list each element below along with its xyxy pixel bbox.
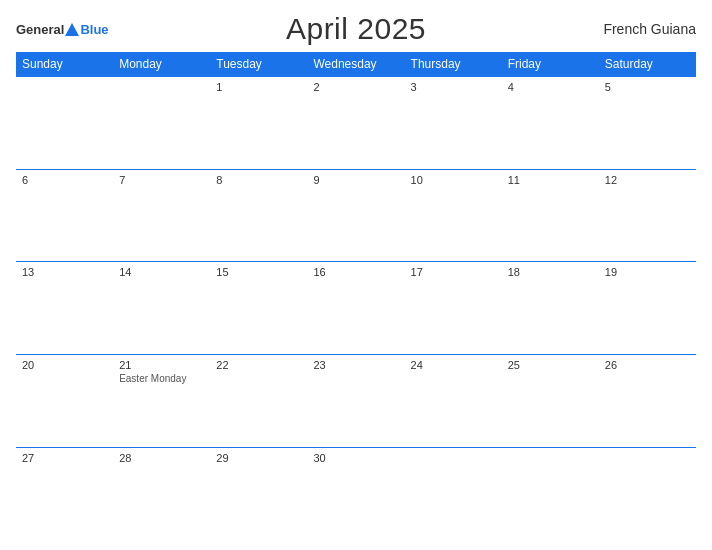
table-row: 30 [307,447,404,540]
calendar-week-row: 2021Easter Monday2223242526 [16,355,696,448]
header-saturday: Saturday [599,52,696,77]
table-row: 14 [113,262,210,355]
table-row: 1 [210,77,307,170]
calendar-header-row: Sunday Monday Tuesday Wednesday Thursday… [16,52,696,77]
table-row: 17 [405,262,502,355]
logo: General Blue [16,22,109,37]
logo-general: General [16,22,64,37]
day-number: 8 [216,174,301,186]
day-number: 17 [411,266,496,278]
day-number: 22 [216,359,301,371]
header-monday: Monday [113,52,210,77]
table-row: 10 [405,169,502,262]
event-label: Easter Monday [119,373,204,384]
region-label: French Guiana [603,21,696,37]
table-row: 12 [599,169,696,262]
table-row: 21Easter Monday [113,355,210,448]
table-row: 29 [210,447,307,540]
logo-blue: Blue [80,22,108,37]
day-number: 30 [313,452,398,464]
table-row: 28 [113,447,210,540]
header-thursday: Thursday [405,52,502,77]
day-number: 24 [411,359,496,371]
day-number: 14 [119,266,204,278]
day-number: 26 [605,359,690,371]
table-row: 4 [502,77,599,170]
table-row [16,77,113,170]
calendar-page: General Blue April 2025 French Guiana Su… [0,0,712,550]
header-tuesday: Tuesday [210,52,307,77]
day-number: 25 [508,359,593,371]
table-row: 25 [502,355,599,448]
day-number: 3 [411,81,496,93]
day-number: 7 [119,174,204,186]
table-row: 3 [405,77,502,170]
day-number: 13 [22,266,107,278]
day-number: 15 [216,266,301,278]
table-row: 8 [210,169,307,262]
day-number: 27 [22,452,107,464]
table-row: 27 [16,447,113,540]
calendar-table: Sunday Monday Tuesday Wednesday Thursday… [16,52,696,540]
table-row: 16 [307,262,404,355]
logo-triangle-icon [65,23,79,36]
table-row: 13 [16,262,113,355]
calendar-week-row: 27282930 [16,447,696,540]
table-row: 15 [210,262,307,355]
day-number: 20 [22,359,107,371]
table-row: 5 [599,77,696,170]
calendar-week-row: 13141516171819 [16,262,696,355]
table-row: 2 [307,77,404,170]
table-row [599,447,696,540]
top-bar: General Blue April 2025 French Guiana [16,12,696,46]
table-row: 9 [307,169,404,262]
table-row: 23 [307,355,404,448]
calendar-title: April 2025 [286,12,426,46]
table-row: 18 [502,262,599,355]
table-row: 22 [210,355,307,448]
table-row [405,447,502,540]
table-row: 26 [599,355,696,448]
header-wednesday: Wednesday [307,52,404,77]
day-number: 18 [508,266,593,278]
day-number: 2 [313,81,398,93]
table-row [113,77,210,170]
table-row [502,447,599,540]
day-number: 29 [216,452,301,464]
day-number: 12 [605,174,690,186]
day-number: 11 [508,174,593,186]
day-number: 16 [313,266,398,278]
table-row: 6 [16,169,113,262]
calendar-week-row: 12345 [16,77,696,170]
day-number: 6 [22,174,107,186]
table-row: 19 [599,262,696,355]
table-row: 11 [502,169,599,262]
calendar-week-row: 6789101112 [16,169,696,262]
day-number: 1 [216,81,301,93]
table-row: 20 [16,355,113,448]
day-number: 4 [508,81,593,93]
table-row: 7 [113,169,210,262]
day-number: 28 [119,452,204,464]
day-number: 5 [605,81,690,93]
day-number: 10 [411,174,496,186]
day-number: 21 [119,359,204,371]
header-friday: Friday [502,52,599,77]
header-sunday: Sunday [16,52,113,77]
day-number: 9 [313,174,398,186]
day-number: 23 [313,359,398,371]
table-row: 24 [405,355,502,448]
day-number: 19 [605,266,690,278]
